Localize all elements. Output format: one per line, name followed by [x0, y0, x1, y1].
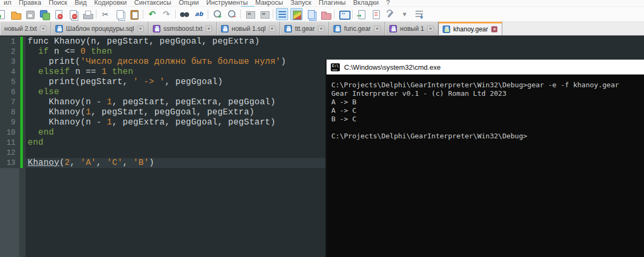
change-marker: [19, 37, 26, 47]
copy-icon[interactable]: [113, 8, 126, 20]
undo-icon[interactable]: ↶: [146, 8, 158, 20]
editor-line-2: 2 if n <= 0 then: [0, 47, 644, 57]
plugin-options-wrench-icon[interactable]: [384, 8, 396, 20]
menu-item-11[interactable]: Вкладки: [349, 0, 382, 6]
tab-новый-2.txt[interactable]: новый 2.txt×: [0, 22, 51, 35]
sync-vertical-scroll-icon[interactable]: [243, 8, 256, 20]
cmd-line-4: B -> C: [331, 115, 644, 123]
toolbar-separator: [332, 8, 336, 20]
tab-close-icon[interactable]: ×: [427, 26, 434, 32]
line-number: 5: [0, 77, 19, 87]
menu-item-4[interactable]: Кодировки: [91, 0, 131, 6]
cmd-icon: [331, 63, 340, 71]
cmd-terminal-output[interactable]: C:\Projects\Delphi\GearInterpreter\Win32…: [327, 74, 644, 140]
tabbar: новый 2.txt×Шаблон процедуры.sql×ssmsboo…: [0, 22, 644, 36]
line-number: 12: [0, 148, 19, 158]
tab-ttt.gear[interactable]: ttt.gear×: [280, 22, 329, 35]
cmd-line-1: Gear Interpreter v0.1 - (c) Roman Ltd 20…: [331, 89, 644, 98]
line-number: 8: [0, 107, 19, 118]
tab-ssmsboost.txt[interactable]: ssmsboost.txt×: [149, 22, 217, 35]
tab-новый-1.sql[interactable]: новый 1.sql×: [217, 22, 280, 35]
tab-close-icon[interactable]: ×: [206, 26, 212, 32]
change-marker: [19, 107, 26, 118]
cut-icon[interactable]: ✂: [99, 8, 111, 20]
save-icon[interactable]: [23, 8, 36, 20]
editor-line-1: 1func Khanoy(n, pegStart, pegGgoal, pegE…: [0, 37, 644, 47]
line-number: 3: [0, 57, 19, 67]
save-all-icon[interactable]: [38, 8, 50, 20]
menu-item-9[interactable]: Запуск: [287, 0, 315, 6]
floppy-disk-icon: [443, 26, 450, 33]
plugin-list-doc-icon[interactable]: [370, 8, 382, 20]
replace-icon[interactable]: ab: [193, 8, 205, 20]
code-line-text[interactable]: if n <= 0 then: [26, 47, 644, 57]
screen: илПравкаПоискВидКодировкиСинтаксисыОпции…: [0, 0, 644, 257]
tab-close-icon[interactable]: ×: [40, 26, 46, 32]
line-number: 9: [0, 118, 19, 128]
menubar: илПравкаПоискВидКодировкиСинтаксисыОпции…: [0, 0, 644, 7]
scroll-to-end-icon[interactable]: [413, 8, 425, 20]
code-line-text[interactable]: func Khanoy(n, pegStart, pegGgoal, pegEx…: [26, 37, 644, 47]
tab-новый-1[interactable]: новый 1×: [385, 22, 438, 35]
cmd-line-5: [331, 123, 644, 132]
menu-item-10[interactable]: Плагины: [315, 0, 349, 6]
toolbar: ✂↶↷ab▼: [0, 7, 644, 22]
tab-close-icon[interactable]: ×: [269, 26, 275, 32]
cut-icon-glyph: ✂: [102, 10, 109, 19]
menu-item-2[interactable]: Поиск: [45, 0, 71, 6]
floppy-disk-icon: [389, 25, 397, 32]
plugin-run-doc-icon[interactable]: [355, 8, 368, 20]
cmd-line-2: A -> B: [331, 98, 644, 106]
zoom-in-icon[interactable]: [211, 8, 223, 20]
print-icon[interactable]: [81, 8, 93, 20]
tab-func.gear[interactable]: func.gear×: [329, 22, 385, 35]
toolbar-separator: [141, 8, 145, 20]
tab-label: Шаблон процедуры.sql: [66, 25, 134, 32]
change-marker: [19, 118, 26, 128]
tab-khanoy.gear[interactable]: khanoy.gear×: [438, 22, 502, 35]
menu-item-5[interactable]: Синтаксисы: [131, 0, 175, 6]
tab-close-icon[interactable]: ×: [137, 26, 144, 32]
menu-item-12[interactable]: ?: [382, 0, 394, 6]
cmd-titlebar[interactable]: C:\Windows\system32\cmd.exe: [327, 60, 644, 74]
change-marker: [19, 47, 26, 57]
menu-item-0[interactable]: ил: [0, 0, 15, 6]
floppy-disk-icon: [153, 25, 160, 32]
line-number: 2: [0, 47, 19, 57]
document-switcher-icon[interactable]: [305, 8, 317, 20]
view-in-browser-icon[interactable]: [337, 8, 349, 20]
close-icon[interactable]: [52, 8, 64, 20]
folder-as-workspace-icon[interactable]: [319, 8, 331, 20]
redo-icon[interactable]: ↷: [160, 8, 173, 20]
menu-item-8[interactable]: Макросы: [251, 0, 287, 6]
line-number: 10: [0, 128, 19, 138]
open-file-icon[interactable]: [9, 8, 21, 20]
new-file-icon[interactable]: [0, 8, 7, 20]
tab-label: новый 1.sql: [232, 25, 266, 32]
close-all-icon[interactable]: [67, 8, 79, 20]
find-icon[interactable]: [178, 8, 191, 20]
menu-item-1[interactable]: Правка: [15, 0, 45, 6]
line-number: 13: [0, 158, 19, 168]
tab-close-icon[interactable]: ×: [318, 26, 324, 32]
menu-item-6[interactable]: Опции: [175, 0, 203, 6]
show-all-characters-icon[interactable]: [276, 8, 288, 20]
cmd-line-0: C:\Projects\Delphi\GearInterpreter\Win32…: [331, 81, 644, 89]
toolbar-separator: [350, 8, 354, 20]
tab-close-icon[interactable]: ×: [491, 26, 498, 32]
paste-icon[interactable]: [128, 8, 140, 20]
floppy-disk-icon: [221, 25, 229, 32]
document-map-icon[interactable]: [290, 8, 303, 20]
replace-icon-glyph: ab: [195, 11, 203, 18]
zoom-out-icon[interactable]: [225, 8, 238, 20]
tab-close-icon[interactable]: ×: [374, 26, 380, 32]
sync-horizontal-scroll-icon[interactable]: [258, 8, 270, 20]
undo-icon-glyph: ↶: [149, 10, 156, 19]
tab-Шаблон-процедуры.sql[interactable]: Шаблон процедуры.sql×: [51, 22, 149, 35]
change-marker-margin: [19, 168, 26, 257]
menu-item-3[interactable]: Вид: [71, 0, 91, 6]
tab-label: новый 2.txt: [4, 25, 37, 32]
toolbar-separator: [174, 8, 177, 20]
change-marker: [19, 148, 26, 158]
toolbar-overflow-icon[interactable]: ▼: [398, 8, 411, 20]
